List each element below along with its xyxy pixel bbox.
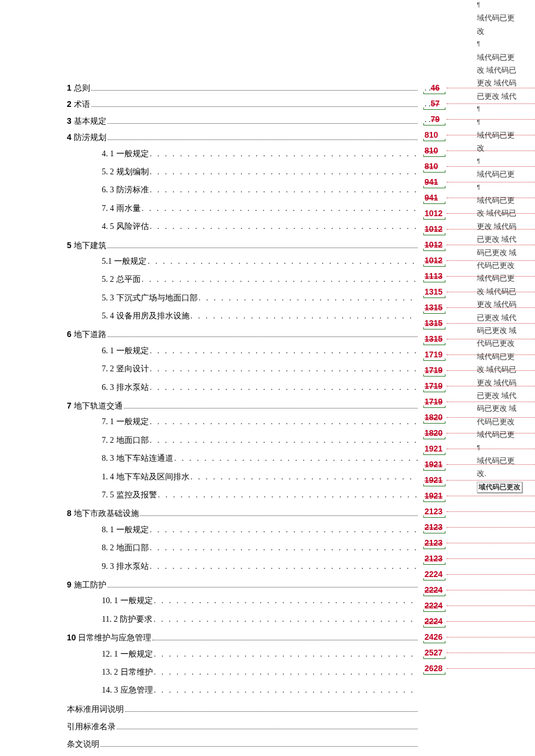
annotation-connector xyxy=(447,151,535,151)
revision-underline xyxy=(423,172,445,173)
toc-label: 7 地下轨道交通 xyxy=(67,399,123,413)
revision-underline xyxy=(423,564,445,565)
toc-leader-dots xyxy=(150,363,418,375)
annotation-connector xyxy=(447,323,535,324)
page-number: 1012 xyxy=(425,254,443,267)
annotation-connector xyxy=(447,496,535,496)
revision-underline xyxy=(423,345,445,345)
page-number-column: . . 46. . 57. . 79 810810810941941101210… xyxy=(419,0,535,756)
revision-underline xyxy=(423,109,445,110)
page-number: 79 xyxy=(431,113,440,126)
toc-leader-dots xyxy=(150,166,418,178)
revision-underline xyxy=(423,580,445,581)
page-number: 2224 xyxy=(425,568,443,581)
annotation-connector xyxy=(447,103,535,104)
toc-label: 7. 2 地面口部 xyxy=(102,434,149,447)
toc-sub-row: 5. 3 下沉式广场与地面口部 xyxy=(102,292,419,307)
annotation-connector xyxy=(447,402,535,402)
page-number: 1921 xyxy=(425,442,443,455)
tracked-change-annotation: 改 域代码已 xyxy=(477,65,516,76)
page-number: 1820 xyxy=(425,411,443,424)
revision-underline xyxy=(423,439,445,439)
toc-label: 3 基本规定 xyxy=(67,114,106,128)
tracked-change-annotation: 已更改 域代 xyxy=(477,234,516,245)
annotation-connector xyxy=(447,558,535,559)
toc-sub-row: 7. 5 监控及报警 xyxy=(102,489,419,504)
toc-label: 5. 4 设备用房及排水设施 xyxy=(102,310,190,323)
toc-leader-dots xyxy=(174,452,418,465)
toc-label: 本标准用词说明 xyxy=(67,704,124,715)
toc-leader-dots xyxy=(108,586,418,587)
toc-label: 1. 4 地下车站及区间排水 xyxy=(102,471,190,483)
annotation-connector xyxy=(447,574,535,575)
toc-leader-dots xyxy=(191,471,418,483)
toc-sub-row: 5. 4 设备用房及排水设施 xyxy=(102,310,419,325)
revision-underline xyxy=(423,94,445,94)
tracked-change-annotation: 域代码已更 xyxy=(477,130,515,141)
toc-leader-dots xyxy=(150,345,418,357)
toc-chapter-row: 3 基本规定 xyxy=(67,114,419,128)
paragraph-marker-icon: ¶ xyxy=(477,156,480,166)
revision-underline xyxy=(423,533,445,533)
tracked-change-annotation: 改 xyxy=(477,143,484,153)
toc-label: 12. 1 一般规定 xyxy=(102,648,153,661)
toc-sub-row: 14. 3 应急管理 xyxy=(102,684,419,699)
toc-leader-dots xyxy=(150,220,418,233)
page-number: 810 xyxy=(425,160,438,173)
toc-chapter-row: 10 日常维护与应急管理 xyxy=(67,631,419,644)
toc-leader-dots xyxy=(108,336,418,337)
toc-chapter-row: 1 总则 xyxy=(67,81,419,95)
page-number: 2224 xyxy=(425,599,443,612)
page-number: 2527 xyxy=(425,646,443,659)
page-number: 810 xyxy=(425,144,438,157)
toc-leader-dots xyxy=(142,273,418,286)
page-number-cell: 2224 xyxy=(425,615,535,628)
tracked-change-annotation: 码已更改 域 xyxy=(477,403,516,414)
toc-chapter-row: 9 施工防护 xyxy=(67,578,419,592)
page-number: 2426 xyxy=(425,630,443,643)
revision-underline xyxy=(423,517,445,518)
toc-leader-dots xyxy=(154,613,418,626)
toc-leader-dots xyxy=(142,202,418,215)
tracked-change-annotation: 改 域代码已 xyxy=(477,286,516,297)
revision-underline xyxy=(423,188,445,188)
tracked-change-annotation: 域代码已更改 xyxy=(477,482,522,493)
revision-underline xyxy=(423,125,445,126)
toc-sub-row: 5.1 一般规定 xyxy=(102,255,419,270)
revision-underline xyxy=(423,329,445,329)
revision-underline xyxy=(423,501,445,502)
page-number: 2123 xyxy=(425,536,443,549)
page-number: 1315 xyxy=(425,332,443,345)
page-number-cell: 2628 xyxy=(425,662,535,675)
toc-plain-row: 条文说明 xyxy=(67,739,419,750)
page-number: 2224 xyxy=(425,583,443,596)
tracked-change-annotation: 码已更改 域 xyxy=(477,325,516,336)
toc-sub-row: 8. 3 地下车站连通道 xyxy=(102,452,419,467)
tracked-change-annotation: 域代码已更 xyxy=(477,52,515,63)
tracked-change-annotation: 已更改 域代 xyxy=(477,91,516,102)
page-number: 1113 xyxy=(425,270,443,282)
revision-underline xyxy=(423,674,445,675)
page-number: 1012 xyxy=(425,223,443,235)
toc-chapter-row: 5 地下建筑 xyxy=(67,239,419,252)
page-number: 1315 xyxy=(425,317,443,329)
toc-leader-dots xyxy=(124,407,418,409)
paragraph-marker-icon: ¶ xyxy=(477,104,480,113)
annotation-connector xyxy=(447,480,535,481)
revision-underline xyxy=(423,470,445,471)
toc-leader-dots xyxy=(158,489,418,501)
toc-sub-row: 7. 2 竖向设计 xyxy=(102,363,419,378)
toc-label: 7. 4 雨水量 xyxy=(102,202,141,215)
toc-label: 7. 1 一般规定 xyxy=(102,415,149,428)
annotation-connector xyxy=(447,653,535,653)
toc-chapter-row: 7 地下轨道交通 xyxy=(67,399,419,413)
tracked-change-annotation: 改 xyxy=(477,26,484,37)
tracked-change-annotation: 域代码已更 xyxy=(477,456,515,466)
paragraph-marker-icon: ¶ xyxy=(477,182,480,192)
revision-underline xyxy=(423,141,445,141)
page-number-cell: 2527 xyxy=(425,646,535,659)
annotation-connector xyxy=(447,668,535,669)
page-number: 1315 xyxy=(425,285,443,298)
tracked-change-annotation: 更改 域代码 xyxy=(477,78,516,88)
page-number: 1719 xyxy=(425,364,443,377)
